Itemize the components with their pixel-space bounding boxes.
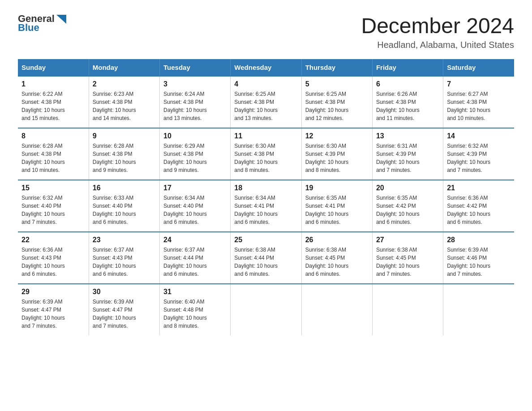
- calendar-cell: 12Sunrise: 6:30 AM Sunset: 4:39 PM Dayli…: [301, 128, 372, 180]
- title-area: December 2024 Headland, Alabama, United …: [361, 13, 514, 50]
- calendar-cell: 27Sunrise: 6:38 AM Sunset: 4:45 PM Dayli…: [372, 232, 443, 284]
- day-number: 15: [21, 184, 85, 192]
- calendar-cell: [231, 284, 301, 335]
- day-number: 14: [447, 132, 511, 140]
- day-info: Sunrise: 6:35 AM Sunset: 4:42 PM Dayligh…: [376, 194, 439, 226]
- calendar-cell: 17Sunrise: 6:34 AM Sunset: 4:40 PM Dayli…: [160, 180, 231, 232]
- logo-text-blue: Blue: [18, 22, 66, 33]
- day-info: Sunrise: 6:38 AM Sunset: 4:44 PM Dayligh…: [234, 246, 297, 278]
- calendar-cell: 24Sunrise: 6:37 AM Sunset: 4:44 PM Dayli…: [160, 232, 231, 284]
- day-info: Sunrise: 6:35 AM Sunset: 4:41 PM Dayligh…: [305, 194, 369, 226]
- day-number: 22: [21, 236, 85, 244]
- day-info: Sunrise: 6:22 AM Sunset: 4:38 PM Dayligh…: [21, 90, 85, 122]
- day-number: 13: [376, 132, 439, 140]
- day-info: Sunrise: 6:23 AM Sunset: 4:38 PM Dayligh…: [93, 90, 156, 122]
- day-info: Sunrise: 6:32 AM Sunset: 4:39 PM Dayligh…: [447, 142, 511, 174]
- day-info: Sunrise: 6:34 AM Sunset: 4:41 PM Dayligh…: [234, 194, 297, 226]
- day-info: Sunrise: 6:24 AM Sunset: 4:38 PM Dayligh…: [163, 90, 227, 122]
- calendar-week-row: 15Sunrise: 6:32 AM Sunset: 4:40 PM Dayli…: [18, 180, 514, 232]
- calendar-title: December 2024: [361, 13, 514, 38]
- day-info: Sunrise: 6:25 AM Sunset: 4:38 PM Dayligh…: [234, 90, 297, 122]
- calendar-cell: 9Sunrise: 6:28 AM Sunset: 4:38 PM Daylig…: [89, 128, 159, 180]
- calendar-cell: 31Sunrise: 6:40 AM Sunset: 4:48 PM Dayli…: [160, 284, 231, 335]
- day-number: 16: [93, 184, 156, 192]
- calendar-cell: 26Sunrise: 6:38 AM Sunset: 4:45 PM Dayli…: [301, 232, 372, 284]
- day-number: 4: [234, 80, 297, 88]
- weekday-header-sunday: Sunday: [18, 59, 89, 76]
- day-number: 1: [21, 80, 85, 88]
- day-number: 26: [305, 236, 369, 244]
- calendar-cell: 5Sunrise: 6:25 AM Sunset: 4:38 PM Daylig…: [301, 76, 372, 128]
- day-info: Sunrise: 6:28 AM Sunset: 4:38 PM Dayligh…: [93, 142, 156, 174]
- calendar-cell: 10Sunrise: 6:29 AM Sunset: 4:38 PM Dayli…: [160, 128, 231, 180]
- day-info: Sunrise: 6:34 AM Sunset: 4:40 PM Dayligh…: [163, 194, 227, 226]
- day-number: 3: [163, 80, 227, 88]
- calendar-cell: 20Sunrise: 6:35 AM Sunset: 4:42 PM Dayli…: [372, 180, 443, 232]
- calendar-cell: 19Sunrise: 6:35 AM Sunset: 4:41 PM Dayli…: [301, 180, 372, 232]
- day-number: 8: [21, 132, 85, 140]
- weekday-header-tuesday: Tuesday: [160, 59, 231, 76]
- day-info: Sunrise: 6:39 AM Sunset: 4:47 PM Dayligh…: [93, 298, 156, 330]
- calendar-cell: 16Sunrise: 6:33 AM Sunset: 4:40 PM Dayli…: [89, 180, 159, 232]
- day-info: Sunrise: 6:25 AM Sunset: 4:38 PM Dayligh…: [305, 90, 369, 122]
- day-number: 24: [163, 236, 227, 244]
- calendar-cell: 28Sunrise: 6:39 AM Sunset: 4:46 PM Dayli…: [443, 232, 514, 284]
- calendar-cell: 30Sunrise: 6:39 AM Sunset: 4:47 PM Dayli…: [89, 284, 159, 335]
- day-info: Sunrise: 6:38 AM Sunset: 4:45 PM Dayligh…: [305, 246, 369, 278]
- day-info: Sunrise: 6:30 AM Sunset: 4:39 PM Dayligh…: [305, 142, 369, 174]
- weekday-header-monday: Monday: [89, 59, 159, 76]
- day-info: Sunrise: 6:39 AM Sunset: 4:46 PM Dayligh…: [447, 246, 511, 278]
- calendar-cell: 4Sunrise: 6:25 AM Sunset: 4:38 PM Daylig…: [231, 76, 301, 128]
- calendar-cell: 18Sunrise: 6:34 AM Sunset: 4:41 PM Dayli…: [231, 180, 301, 232]
- day-number: 31: [163, 288, 227, 296]
- weekday-header-friday: Friday: [372, 59, 443, 76]
- calendar-cell: 15Sunrise: 6:32 AM Sunset: 4:40 PM Dayli…: [18, 180, 89, 232]
- weekday-header-thursday: Thursday: [301, 59, 372, 76]
- calendar-cell: 6Sunrise: 6:26 AM Sunset: 4:38 PM Daylig…: [372, 76, 443, 128]
- calendar-cell: 29Sunrise: 6:39 AM Sunset: 4:47 PM Dayli…: [18, 284, 89, 335]
- calendar-cell: [372, 284, 443, 335]
- weekday-header-saturday: Saturday: [443, 59, 514, 76]
- day-number: 28: [447, 236, 511, 244]
- calendar-cell: [301, 284, 372, 335]
- day-number: 9: [93, 132, 156, 140]
- calendar-cell: 11Sunrise: 6:30 AM Sunset: 4:38 PM Dayli…: [231, 128, 301, 180]
- day-info: Sunrise: 6:40 AM Sunset: 4:48 PM Dayligh…: [163, 298, 227, 330]
- calendar-cell: 8Sunrise: 6:28 AM Sunset: 4:38 PM Daylig…: [18, 128, 89, 180]
- calendar-cell: 13Sunrise: 6:31 AM Sunset: 4:39 PM Dayli…: [372, 128, 443, 180]
- day-info: Sunrise: 6:37 AM Sunset: 4:44 PM Dayligh…: [163, 246, 227, 278]
- day-info: Sunrise: 6:36 AM Sunset: 4:42 PM Dayligh…: [447, 194, 511, 226]
- calendar-table: SundayMondayTuesdayWednesdayThursdayFrid…: [18, 59, 514, 335]
- day-number: 29: [21, 288, 85, 296]
- calendar-cell: 21Sunrise: 6:36 AM Sunset: 4:42 PM Dayli…: [443, 180, 514, 232]
- logo: General Blue: [18, 13, 66, 33]
- day-number: 2: [93, 80, 156, 88]
- day-number: 5: [305, 80, 369, 88]
- calendar-cell: 1Sunrise: 6:22 AM Sunset: 4:38 PM Daylig…: [18, 76, 89, 128]
- day-number: 21: [447, 184, 511, 192]
- weekday-header-wednesday: Wednesday: [231, 59, 301, 76]
- day-number: 18: [234, 184, 297, 192]
- calendar-cell: 22Sunrise: 6:36 AM Sunset: 4:43 PM Dayli…: [18, 232, 89, 284]
- day-info: Sunrise: 6:36 AM Sunset: 4:43 PM Dayligh…: [21, 246, 85, 278]
- page-header: General Blue December 2024 Headland, Ala…: [18, 13, 514, 50]
- calendar-cell: 14Sunrise: 6:32 AM Sunset: 4:39 PM Dayli…: [443, 128, 514, 180]
- calendar-cell: 23Sunrise: 6:37 AM Sunset: 4:43 PM Dayli…: [89, 232, 159, 284]
- weekday-header-row: SundayMondayTuesdayWednesdayThursdayFrid…: [18, 59, 514, 76]
- day-number: 10: [163, 132, 227, 140]
- day-info: Sunrise: 6:32 AM Sunset: 4:40 PM Dayligh…: [21, 194, 85, 226]
- day-info: Sunrise: 6:31 AM Sunset: 4:39 PM Dayligh…: [376, 142, 439, 174]
- calendar-cell: 2Sunrise: 6:23 AM Sunset: 4:38 PM Daylig…: [89, 76, 159, 128]
- calendar-week-row: 29Sunrise: 6:39 AM Sunset: 4:47 PM Dayli…: [18, 284, 514, 335]
- calendar-subtitle: Headland, Alabama, United States: [361, 40, 514, 50]
- day-info: Sunrise: 6:33 AM Sunset: 4:40 PM Dayligh…: [93, 194, 156, 226]
- calendar-cell: 3Sunrise: 6:24 AM Sunset: 4:38 PM Daylig…: [160, 76, 231, 128]
- day-number: 17: [163, 184, 227, 192]
- day-info: Sunrise: 6:27 AM Sunset: 4:38 PM Dayligh…: [447, 90, 511, 122]
- day-number: 11: [234, 132, 297, 140]
- calendar-week-row: 1Sunrise: 6:22 AM Sunset: 4:38 PM Daylig…: [18, 76, 514, 128]
- day-number: 27: [376, 236, 439, 244]
- day-number: 23: [93, 236, 156, 244]
- day-info: Sunrise: 6:38 AM Sunset: 4:45 PM Dayligh…: [376, 246, 439, 278]
- day-info: Sunrise: 6:28 AM Sunset: 4:38 PM Dayligh…: [21, 142, 85, 174]
